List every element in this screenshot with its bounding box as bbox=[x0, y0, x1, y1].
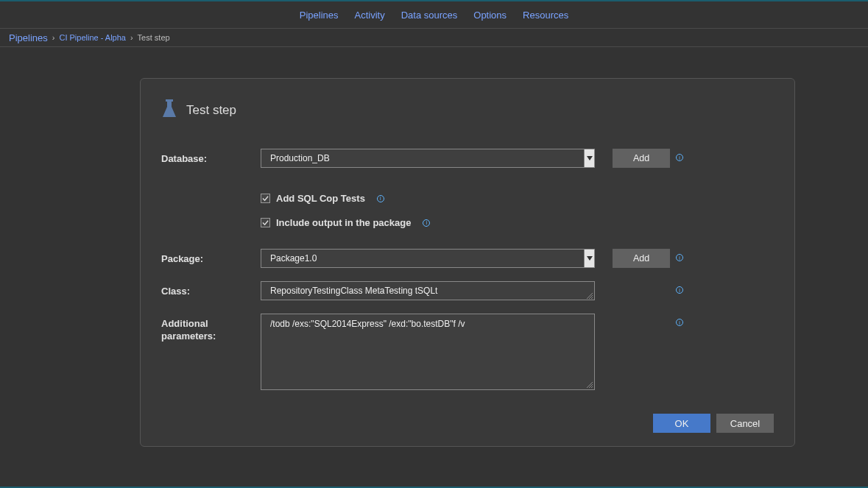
flask-icon bbox=[161, 99, 177, 121]
package-select[interactable]: Package1.0 bbox=[261, 249, 595, 268]
panel-header: Test step bbox=[161, 99, 774, 121]
breadcrumb-ci-pipeline[interactable]: CI Pipeline - Alpha bbox=[59, 33, 126, 42]
sqlcop-label: Add SQL Cop Tests bbox=[276, 193, 365, 204]
svg-rect-0 bbox=[166, 99, 173, 102]
include-output-checkbox[interactable] bbox=[261, 218, 270, 227]
ok-button[interactable]: OK bbox=[653, 414, 710, 433]
breadcrumb-current: Test step bbox=[138, 33, 170, 42]
package-value: Package1.0 bbox=[261, 253, 584, 264]
info-icon[interactable] bbox=[676, 254, 683, 261]
database-select[interactable]: Production_DB bbox=[261, 149, 595, 168]
info-icon[interactable] bbox=[676, 319, 683, 326]
nav-pipelines[interactable]: Pipelines bbox=[300, 10, 339, 21]
cancel-button[interactable]: Cancel bbox=[716, 414, 774, 433]
info-icon[interactable] bbox=[423, 219, 430, 227]
include-output-label: Include output in the package bbox=[276, 217, 411, 228]
chevron-right-icon: › bbox=[130, 33, 133, 42]
nav-activity[interactable]: Activity bbox=[355, 10, 385, 21]
row-database: Database: Production_DB Add bbox=[161, 149, 774, 168]
additional-parameters-textarea[interactable] bbox=[261, 314, 595, 390]
label-database: Database: bbox=[161, 149, 261, 164]
add-database-button[interactable]: Add bbox=[613, 149, 670, 168]
breadcrumb-pipelines[interactable]: Pipelines bbox=[9, 32, 48, 43]
footer-buttons: OK Cancel bbox=[653, 414, 774, 433]
info-icon[interactable] bbox=[676, 286, 683, 294]
breadcrumb: Pipelines › CI Pipeline - Alpha › Test s… bbox=[0, 29, 868, 47]
top-nav: Pipelines Activity Data sources Options … bbox=[0, 1, 868, 29]
dropdown-arrow-icon[interactable] bbox=[584, 149, 594, 167]
info-icon[interactable] bbox=[676, 154, 683, 161]
label-package: Package: bbox=[161, 249, 261, 264]
class-input[interactable] bbox=[261, 281, 595, 300]
add-package-button[interactable]: Add bbox=[613, 249, 670, 268]
panel-title: Test step bbox=[186, 103, 236, 118]
sqlcop-checkbox[interactable] bbox=[261, 194, 270, 203]
row-package: Package: Package1.0 Add bbox=[161, 249, 774, 268]
database-value: Production_DB bbox=[261, 153, 584, 163]
nav-resources[interactable]: Resources bbox=[523, 10, 568, 21]
label-class: Class: bbox=[161, 281, 261, 297]
row-sqlcop: Add SQL Cop Tests bbox=[261, 193, 774, 204]
row-class: Class: bbox=[161, 281, 774, 300]
info-icon[interactable] bbox=[377, 195, 384, 202]
row-additional: Additional parameters: bbox=[161, 314, 774, 392]
chevron-right-icon: › bbox=[52, 33, 55, 42]
nav-data-sources[interactable]: Data sources bbox=[401, 10, 458, 21]
row-include-output: Include output in the package bbox=[261, 217, 774, 228]
test-step-panel: Test step Database: Production_DB Add Ad… bbox=[140, 78, 795, 447]
dropdown-arrow-icon[interactable] bbox=[584, 250, 594, 267]
nav-options[interactable]: Options bbox=[473, 10, 507, 21]
label-additional: Additional parameters: bbox=[161, 314, 261, 343]
